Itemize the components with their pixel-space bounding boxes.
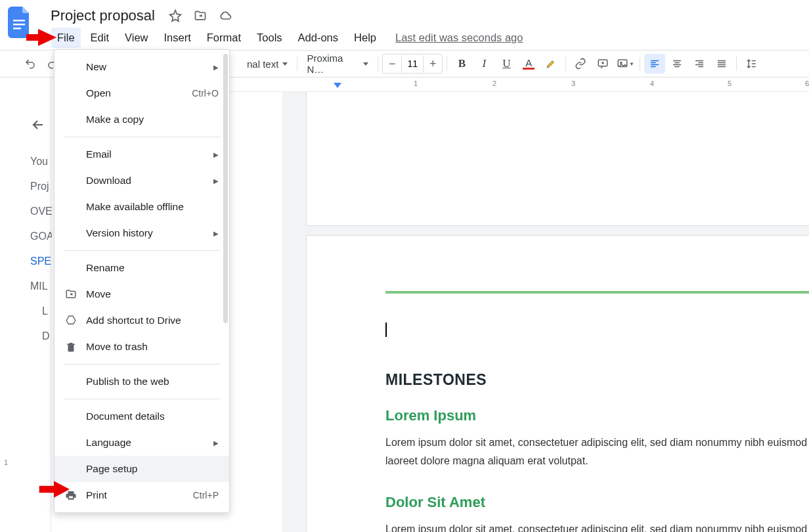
font-family-select[interactable]: Proxima N…	[301, 50, 374, 78]
italic-button[interactable]: I	[473, 54, 494, 74]
file-move[interactable]: Move	[55, 281, 229, 307]
insert-comment-button[interactable]	[592, 54, 613, 74]
body-text-1[interactable]: Lorem ipsum dolor sit amet, consectetuer…	[385, 433, 809, 470]
svg-rect-0	[13, 20, 25, 22]
drive-icon	[64, 315, 78, 326]
paragraph-style-select[interactable]: nal text	[242, 56, 293, 72]
move-folder-icon[interactable]	[194, 9, 207, 22]
line-spacing-button[interactable]	[741, 54, 762, 74]
indent-marker-icon[interactable]	[334, 83, 341, 88]
ruler-tick: 3	[571, 79, 575, 87]
file-print[interactable]: PrintCtrl+P	[55, 482, 229, 508]
ruler-tick: 2	[492, 79, 496, 87]
highlight-button[interactable]	[540, 54, 561, 74]
last-edit-link[interactable]: Last edit was seconds ago	[395, 32, 523, 44]
heading-lorem-ipsum[interactable]: Lorem Ipsum	[385, 407, 809, 424]
ruler-tick: 5	[728, 79, 732, 87]
vertical-ruler[interactable]: 1	[0, 173, 12, 532]
paragraph-style-label: nal text	[247, 58, 278, 70]
svg-rect-1	[13, 24, 25, 26]
outline-item[interactable]: MIL	[30, 274, 52, 299]
insert-link-button[interactable]	[570, 54, 591, 74]
menu-tools[interactable]: Tools	[251, 28, 288, 48]
text-color-button[interactable]: A	[518, 54, 539, 74]
annotation-arrow-page-setup	[38, 478, 70, 502]
file-page-setup[interactable]: Page setup	[55, 456, 229, 482]
ruler-tick: 6	[805, 79, 809, 87]
document-title[interactable]: Project proposal	[45, 5, 161, 26]
font-size-increase[interactable]: +	[424, 55, 442, 73]
file-menu-dropdown: New▶ OpenCtrl+O Make a copy Email▶ Downl…	[54, 49, 230, 513]
file-new[interactable]: New▶	[55, 54, 229, 80]
align-left-button[interactable]	[644, 54, 665, 74]
menu-view[interactable]: View	[119, 28, 154, 48]
outline-back-button[interactable]	[30, 117, 52, 135]
menu-format[interactable]: Format	[201, 28, 247, 48]
svg-point-5	[621, 62, 622, 63]
file-open[interactable]: OpenCtrl+O	[55, 80, 229, 106]
green-divider	[385, 291, 809, 294]
file-email[interactable]: Email▶	[55, 141, 229, 167]
star-icon[interactable]	[169, 9, 182, 22]
ruler-tick: 1	[414, 79, 418, 87]
file-make-copy[interactable]: Make a copy	[55, 106, 229, 133]
file-version-history[interactable]: Version history▶	[55, 220, 229, 246]
font-size-decrease[interactable]: −	[383, 55, 401, 73]
body-text-2[interactable]: Lorem ipsum dolor sit amet, consectetuer…	[385, 520, 809, 532]
menubar: File Edit View Insert Format Tools Add-o…	[0, 26, 809, 50]
file-doc-details[interactable]: Document details	[55, 403, 229, 430]
annotation-arrow-file	[25, 26, 56, 51]
folder-move-icon	[64, 288, 78, 300]
outline-item[interactable]: Proj	[30, 174, 52, 199]
previous-page-tail	[306, 92, 809, 226]
file-publish-web[interactable]: Publish to the web	[55, 368, 229, 395]
font-size-input[interactable]	[401, 55, 424, 72]
menu-insert[interactable]: Insert	[158, 28, 197, 48]
horizontal-ruler[interactable]: 1 2 3 4 5 6	[230, 78, 809, 92]
file-move-trash[interactable]: Move to trash	[55, 334, 229, 360]
heading-milestones[interactable]: MILESTONES	[385, 371, 809, 389]
file-language[interactable]: Language▶	[55, 430, 229, 456]
file-download[interactable]: Download▶	[55, 167, 229, 194]
font-size-control: − +	[382, 54, 443, 74]
menu-addons[interactable]: Add-ons	[292, 28, 344, 48]
file-add-shortcut[interactable]: Add shortcut to Drive	[55, 307, 229, 334]
font-family-label: Proxima N…	[307, 53, 359, 75]
text-cursor	[385, 322, 809, 340]
menu-edit[interactable]: Edit	[85, 28, 115, 48]
file-rename[interactable]: Rename	[55, 255, 229, 281]
align-right-button[interactable]	[689, 54, 710, 74]
trash-icon	[64, 341, 78, 353]
vruler-tick: 1	[4, 458, 8, 466]
heading-dolor-sit-amet[interactable]: Dolor Sit Amet	[385, 494, 809, 511]
align-justify-button[interactable]	[711, 54, 732, 74]
outline-item[interactable]: D	[30, 324, 52, 349]
outline-item[interactable]: OVE	[30, 199, 52, 224]
outline-item[interactable]: You	[30, 149, 52, 174]
underline-button[interactable]: U	[496, 54, 517, 74]
bold-button[interactable]: B	[451, 54, 472, 74]
outline-item[interactable]: L	[30, 299, 52, 324]
document-page[interactable]: MILESTONES Lorem Ipsum Lorem ipsum dolor…	[306, 235, 809, 532]
file-make-offline[interactable]: Make available offline	[55, 194, 229, 220]
align-center-button[interactable]	[667, 54, 688, 74]
ruler-tick: 4	[650, 79, 654, 87]
undo-button[interactable]	[20, 54, 41, 74]
outline-item[interactable]: GOA	[30, 224, 52, 249]
document-canvas[interactable]: MILESTONES Lorem Ipsum Lorem ipsum dolor…	[282, 78, 809, 532]
menu-help[interactable]: Help	[348, 28, 382, 48]
outline-item[interactable]: SPE	[30, 249, 52, 274]
svg-rect-2	[13, 28, 21, 30]
cloud-status-icon[interactable]	[219, 9, 232, 22]
insert-image-button[interactable]: ▼	[615, 54, 636, 74]
